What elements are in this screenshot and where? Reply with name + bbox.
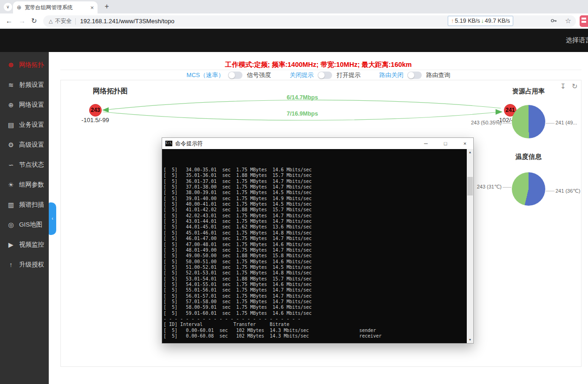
back-icon[interactable]: ← xyxy=(6,17,13,25)
toggle-left-label: 路由关闭 xyxy=(379,71,403,79)
globe-favicon-icon: ⊕ xyxy=(17,4,21,11)
sidebar-item-高级设置[interactable]: ⚙ 高级设置 xyxy=(0,135,49,155)
warning-icon: △ xyxy=(49,18,52,24)
browser-tabstrip: ∨ ⊕ 宽带自组网管理系统 × + xyxy=(0,0,588,13)
password-key-icon[interactable] xyxy=(550,17,557,26)
sidebar-item-label: GIS地图 xyxy=(19,221,42,229)
url-text: 192.168.1.241/www/T3SMesh/topo xyxy=(80,18,174,25)
cmd-titlebar[interactable]: 命令提示符 ─ □ × xyxy=(162,138,473,149)
sidebar-item-频谱扫描[interactable]: ▥ 频谱扫描 xyxy=(0,195,49,215)
arrowhead-right-icon xyxy=(496,109,503,115)
pie-label: 243 (50.35%) xyxy=(464,120,502,125)
pie-label: 241 (36℃) xyxy=(555,188,580,194)
chevron-down-icon[interactable]: ∨ xyxy=(4,3,12,11)
tab-close-icon[interactable]: × xyxy=(90,5,94,11)
terminal-line: - - - - - - - - - - - - - - - - - - - - … xyxy=(163,316,467,322)
advanced-settings-icon: ⚙ xyxy=(7,141,15,149)
toggle-group: 关闭提示 打开提示 xyxy=(289,71,360,79)
sidebar-item-网络拓扑[interactable]: ☸ 网络拓扑 xyxy=(0,55,49,75)
terminal-line: [ 5] 50.00-51.00 sec 1.75 MBytes 14.6 Mb… xyxy=(163,259,467,265)
sidebar-item-label: 高级设置 xyxy=(19,141,44,149)
toggle-right-label: 信号强度 xyxy=(247,71,271,79)
terminal-output: [ 5] 34.00-35.01 sec 1.75 MBytes 14.6 Mb… xyxy=(162,149,467,343)
sidebar-item-视频监控[interactable]: ▶ 视频监控 xyxy=(0,234,49,254)
topology-node-243[interactable]: 243 xyxy=(89,104,102,117)
language-selector[interactable]: 选择语言 xyxy=(566,36,588,45)
browser-tab[interactable]: ⊕ 宽带自组网管理系统 × xyxy=(13,1,98,13)
toggle-switch[interactable] xyxy=(228,72,242,79)
pie-label-line xyxy=(503,187,511,188)
url-bar[interactable]: △ 不安全 192.168.1.241/www/T3SMesh/topo ↑ 5… xyxy=(43,15,576,27)
video-monitor-icon: ▶ xyxy=(7,241,15,248)
reload-icon[interactable]: ↻ xyxy=(31,17,37,25)
terminal-line: [ 5] 46.01-47.00 sec 1.75 MBytes 14.7 Mb… xyxy=(163,236,467,241)
bookmark-star-icon[interactable]: ☆ xyxy=(565,17,571,25)
close-icon[interactable]: × xyxy=(457,138,473,149)
divider xyxy=(75,18,76,25)
sidebar-item-GIS地图[interactable]: ◎ GIS地图 xyxy=(0,215,49,234)
temperature-pie-chart[interactable] xyxy=(512,172,545,206)
pie-label: 241 (49... xyxy=(555,120,577,125)
browser-toolbar: ← → ↻ △ 不安全 192.168.1.241/www/T3SMesh/to… xyxy=(0,13,588,29)
pie-label-line xyxy=(546,191,555,191)
sidebar-item-label: 射频设置 xyxy=(19,81,44,89)
refresh-icon[interactable]: ↻ xyxy=(572,82,578,91)
scroll-down-icon[interactable]: ▼ xyxy=(467,337,473,343)
pie-label: 243 (31℃) xyxy=(469,184,502,190)
terminal-line: [ 5] 53.01-54.01 sec 1.88 MBytes 15.7 Mb… xyxy=(163,276,467,282)
new-tab-button[interactable]: + xyxy=(102,2,111,11)
sidebar-collapse-handle[interactable]: ‹ xyxy=(49,202,56,235)
scroll-up-icon[interactable]: ▲ xyxy=(467,149,473,156)
sidebar-item-label: 升级授权 xyxy=(19,260,44,269)
download-speed: 49.7 KB/s xyxy=(485,18,510,24)
arrowhead-left-icon xyxy=(102,107,109,112)
service-settings-icon: ▤ xyxy=(7,121,15,129)
network-settings-icon: ⊕ xyxy=(7,101,15,109)
toggle-switch[interactable] xyxy=(407,72,422,79)
scrollbar-thumb[interactable] xyxy=(467,177,473,195)
temperature-chart-title: 温度信息 xyxy=(506,153,551,161)
command-prompt-window[interactable]: 命令提示符 ─ □ × [ 5] 34.00-35.01 sec 1.75 MB… xyxy=(162,137,474,344)
toggle-group: MCS（速率） 信号强度 xyxy=(187,71,271,79)
toggle-left-label: MCS（速率） xyxy=(187,71,224,79)
gis-map-icon: ◎ xyxy=(7,221,15,228)
terminal-line: [ 5] 41.01-42.02 sec 1.88 MBytes 15.7 Mb… xyxy=(163,207,467,213)
resource-pie-chart[interactable] xyxy=(512,105,545,138)
sidebar-item-网络设置[interactable]: ⊕ 网络设置 xyxy=(0,95,49,115)
terminal-line: [ 5] 45.01-46.01 sec 1.75 MBytes 14.8 Mb… xyxy=(163,230,467,236)
terminal-scrollbar[interactable]: ▲ ▼ xyxy=(467,149,473,343)
screen: ∨ ⊕ 宽带自组网管理系统 × + ← → ↻ △ 不安全 192.168.1.… xyxy=(0,0,588,384)
work-mode-status: 工作模式:定频; 频率:1400MHz; 带宽:10MHz; 最大距离:160k… xyxy=(49,60,588,69)
upgrade-license-icon: ↑ xyxy=(7,261,15,268)
cmd-icon xyxy=(165,141,172,146)
not-secure-label: 不安全 xyxy=(55,17,72,25)
spectrum-scan-icon: ▥ xyxy=(7,201,15,208)
toggle-switch[interactable] xyxy=(318,72,332,79)
terminal-line: [ 5] 57.01-58.00 sec 1.75 MBytes 14.7 Mb… xyxy=(163,299,467,305)
maximize-icon[interactable]: □ xyxy=(437,138,454,149)
toggle-left-label: 关闭提示 xyxy=(289,71,314,79)
sidebar-item-升级授权[interactable]: ↑ 升级授权 xyxy=(0,254,49,274)
sidebar-item-组网参数[interactable]: ☀ 组网参数 xyxy=(0,175,49,195)
minimize-icon[interactable]: ─ xyxy=(418,138,434,149)
terminal-line: [ 5] 34.00-35.01 sec 1.75 MBytes 14.6 Mb… xyxy=(163,167,467,173)
rf-settings-icon: ≋ xyxy=(7,81,15,89)
sidebar-item-节点状态[interactable]: ∽ 节点状态 xyxy=(0,155,49,175)
sidebar-item-label: 组网参数 xyxy=(19,181,44,189)
sidebar-item-射频设置[interactable]: ≋ 射频设置 xyxy=(0,75,49,95)
toggle-right-label: 路由查询 xyxy=(426,71,450,79)
toggle-row: MCS（速率） 信号强度 关闭提示 打开提示 路由关闭 路由查询 xyxy=(49,71,588,79)
forward-icon[interactable]: → xyxy=(19,17,26,25)
save-image-icon[interactable]: ↧ xyxy=(560,82,566,91)
terminal-line: [ 5] 43.01-44.01 sec 1.75 MBytes 14.7 Mb… xyxy=(163,219,467,224)
network-speed-badge[interactable]: ↑ 5.19 KB/s ↓ 49.7 KB/s xyxy=(448,16,513,26)
sidebar-item-业务设置[interactable]: ▤ 业务设置 xyxy=(0,115,49,135)
terminal-line: [ 5] 54.01-55.01 sec 1.75 MBytes 14.6 Mb… xyxy=(163,282,467,287)
terminal-line xyxy=(163,339,467,343)
node-status-icon: ∽ xyxy=(7,161,15,169)
tab-title: 宽带自组网管理系统 xyxy=(25,4,87,11)
resource-chart-title: 资源占用率 xyxy=(506,87,551,96)
toggle-group: 路由关闭 路由查询 xyxy=(379,71,450,79)
terminal-line: [ 5] 0.00-60.01 sec 102 MBytes 14.3 Mbit… xyxy=(163,328,467,333)
extension-icon[interactable] xyxy=(580,15,588,27)
